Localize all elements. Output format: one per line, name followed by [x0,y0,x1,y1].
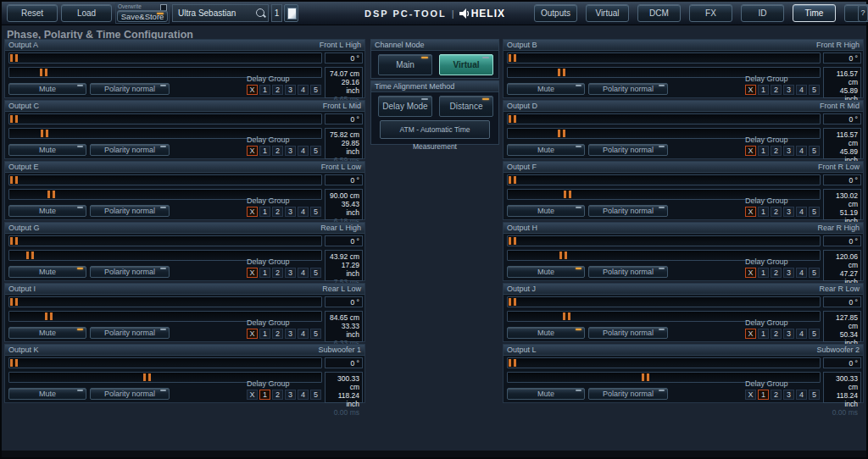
distance-slider-handle[interactable] [45,312,53,320]
mute-button[interactable]: Mute [8,144,86,156]
nav-fx-button[interactable]: FX [689,4,732,22]
phase-slider[interactable] [8,235,322,246]
phase-slider-handle[interactable] [509,115,516,123]
polarity-button[interactable]: Polarity normal [588,205,668,217]
delay-group-cell-1[interactable]: 1 [259,329,270,339]
delay-group-cell-4[interactable]: 4 [796,85,807,95]
phase-slider[interactable] [507,235,821,246]
phase-slider-handle[interactable] [10,54,18,62]
distance-mode-button[interactable]: Distance Mode [439,96,493,117]
delay-group-cell-2[interactable]: 2 [771,146,782,156]
polarity-button[interactable]: Polarity normal [90,83,170,95]
delay-group-cell-2[interactable]: 2 [272,207,283,217]
delay-group-cell-1[interactable]: 1 [259,146,270,156]
delay-group-cell-4[interactable]: 4 [796,268,807,278]
delay-group-cell-x[interactable]: X [745,268,756,278]
phase-slider-handle[interactable] [10,359,18,367]
phase-slider[interactable] [8,53,322,64]
distance-slider-handle[interactable] [559,252,567,259]
delay-group-cell-4[interactable]: 4 [796,390,807,400]
distance-slider-handle[interactable] [558,69,565,76]
delay-group-cell-2[interactable]: 2 [272,146,283,156]
delay-group-cell-1[interactable]: 1 [758,390,769,400]
delay-group-cell-5[interactable]: 5 [310,329,321,339]
phase-slider[interactable] [507,357,821,368]
polarity-button[interactable]: Polarity normal [90,327,170,339]
mute-button[interactable]: Mute [8,388,86,400]
distance-slider-handle[interactable] [47,191,55,198]
mute-button[interactable]: Mute [507,83,585,95]
mute-button[interactable]: Mute [507,144,585,156]
distance-slider-handle[interactable] [40,69,47,76]
delay-group-cell-2[interactable]: 2 [272,390,283,400]
delay-group-cell-x[interactable]: X [247,85,258,95]
delay-group-cell-2[interactable]: 2 [272,329,283,339]
delay-group-cell-x[interactable]: X [247,207,258,217]
delay-group-cell-4[interactable]: 4 [298,329,309,339]
phase-slider-handle[interactable] [10,237,18,245]
delay-group-cell-4[interactable]: 4 [298,146,309,156]
polarity-button[interactable]: Polarity normal [588,327,668,339]
delay-group-cell-4[interactable]: 4 [796,146,807,156]
delay-group-cell-4[interactable]: 4 [298,268,309,278]
delay-group-cell-1[interactable]: 1 [259,207,270,217]
delay-group-cell-1[interactable]: 1 [259,85,270,95]
delay-group-cell-x[interactable]: X [745,85,756,95]
phase-slider-handle[interactable] [509,359,516,367]
distance-slider-handle[interactable] [563,312,570,320]
mute-button[interactable]: Mute [507,388,585,400]
delay-group-cell-5[interactable]: 5 [310,390,321,400]
delay-group-cell-3[interactable]: 3 [783,329,794,339]
delay-group-cell-3[interactable]: 3 [783,146,794,156]
delay-group-cell-2[interactable]: 2 [771,390,782,400]
mute-button[interactable]: Mute [8,83,86,95]
mute-button[interactable]: Mute [507,205,585,217]
main-button[interactable]: Main [378,54,432,75]
phase-slider-handle[interactable] [509,54,516,62]
nav-id-button[interactable]: ID [741,4,784,22]
phase-slider[interactable] [8,357,322,368]
delay-group-cell-x[interactable]: X [745,390,756,400]
delay-mode-button[interactable]: Delay Mode [378,96,432,117]
phase-slider[interactable] [507,113,821,124]
phase-slider-handle[interactable] [509,237,516,245]
virtual-button[interactable]: Virtual [439,54,493,75]
delay-group-cell-5[interactable]: 5 [809,390,820,400]
distance-slider-handle[interactable] [558,130,565,137]
polarity-button[interactable]: Polarity normal [90,205,170,217]
phase-slider-handle[interactable] [509,298,516,306]
delay-group-cell-4[interactable]: 4 [298,85,309,95]
distance-slider-handle[interactable] [26,252,34,259]
delay-group-cell-3[interactable]: 3 [285,85,296,95]
distance-slider-handle[interactable] [143,373,151,381]
delay-group-cell-2[interactable]: 2 [771,268,782,278]
delay-group-cell-1[interactable]: 1 [259,390,270,400]
delay-group-cell-2[interactable]: 2 [771,329,782,339]
distance-slider-handle[interactable] [41,130,48,137]
delay-group-cell-5[interactable]: 5 [310,85,321,95]
delay-group-cell-5[interactable]: 5 [809,329,820,339]
delay-group-cell-4[interactable]: 4 [298,207,309,217]
atm-button[interactable]: ATM - Automatic Time Measurement [380,120,490,139]
delay-group-cell-4[interactable]: 4 [298,390,309,400]
delay-group-cell-5[interactable]: 5 [310,268,321,278]
delay-group-cell-3[interactable]: 3 [783,390,794,400]
delay-group-cell-1[interactable]: 1 [758,268,769,278]
nav-time-button[interactable]: Time [793,4,836,22]
delay-group-cell-x[interactable]: X [247,329,258,339]
delay-group-cell-1[interactable]: 1 [758,207,769,217]
delay-group-cell-4[interactable]: 4 [796,329,807,339]
edit-document-button[interactable] [284,4,298,22]
phase-slider-handle[interactable] [10,115,18,123]
phase-slider[interactable] [507,53,821,64]
delay-group-cell-4[interactable]: 4 [796,207,807,217]
delay-group-cell-3[interactable]: 3 [285,268,296,278]
phase-slider-handle[interactable] [10,298,18,306]
delay-group-cell-5[interactable]: 5 [809,146,820,156]
save-store-button[interactable]: Save&Store [117,10,168,22]
delay-group-cell-x[interactable]: X [745,329,756,339]
delay-group-cell-1[interactable]: 1 [259,268,270,278]
nav-dcm-button[interactable]: DCM [637,4,681,22]
mute-button[interactable]: Mute [507,327,585,339]
distance-slider-handle[interactable] [642,373,649,381]
